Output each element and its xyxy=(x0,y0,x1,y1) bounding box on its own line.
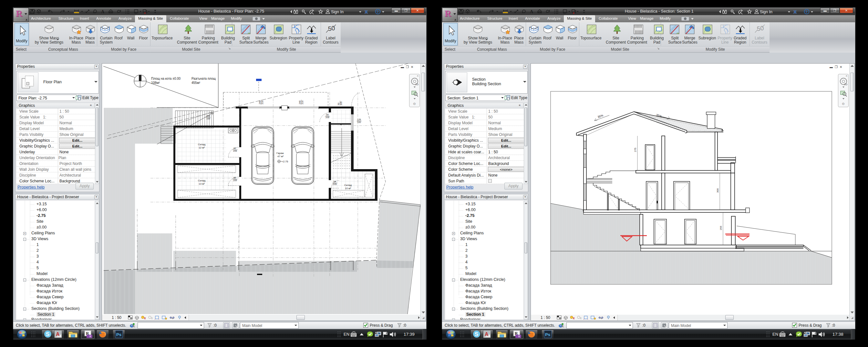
svg-text:35%: 35% xyxy=(597,114,603,119)
svg-text:Ps: Ps xyxy=(116,332,121,337)
svg-text:Склад: Склад xyxy=(198,143,206,146)
svg-text:Sign In: Sign In xyxy=(331,10,344,14)
svg-text:x: x xyxy=(580,316,582,320)
svg-text:12 м²: 12 м² xyxy=(198,146,205,149)
svg-text:x: x xyxy=(573,316,575,320)
svg-text:90: 90 xyxy=(337,103,340,105)
svg-text:R: R xyxy=(518,335,520,338)
svg-text:125: 125 xyxy=(357,119,361,121)
svg-text:240: 240 xyxy=(299,100,301,104)
svg-text:A: A xyxy=(56,332,60,337)
svg-text:x: x xyxy=(144,11,146,14)
svg-text:205: 205 xyxy=(333,183,337,185)
svg-text:X: X xyxy=(365,9,368,14)
svg-text:300: 300 xyxy=(716,188,719,193)
svg-text:108м²: 108м² xyxy=(151,81,160,85)
svg-text:210: 210 xyxy=(261,100,264,104)
svg-text:50: 50 xyxy=(328,25,336,32)
svg-text:100: 100 xyxy=(357,121,361,123)
svg-text:A: A xyxy=(530,9,533,14)
svg-text:205: 205 xyxy=(326,116,330,119)
svg-text:Sign In: Sign In xyxy=(760,10,772,14)
svg-text:R: R xyxy=(89,335,91,338)
svg-text:90: 90 xyxy=(234,177,236,179)
svg-text:240: 240 xyxy=(259,100,261,104)
svg-text:205: 205 xyxy=(233,150,237,152)
svg-text:ЗА: ЗА xyxy=(326,114,329,116)
svg-text:?: ? xyxy=(376,10,379,14)
svg-text:?: ? xyxy=(805,10,808,14)
svg-text:2D: 2D xyxy=(415,83,418,86)
svg-text:Площ на кота ±0.00: Площ на кота ±0.00 xyxy=(151,77,181,81)
svg-text:210: 210 xyxy=(301,100,304,104)
svg-text:90: 90 xyxy=(234,147,236,150)
svg-text:-2.75: -2.75 xyxy=(282,160,288,163)
svg-text:13 м²: 13 м² xyxy=(198,182,205,185)
svg-text:X: X xyxy=(794,9,797,14)
svg-text:2D: 2D xyxy=(844,83,847,86)
svg-text:x: x xyxy=(573,11,575,14)
svg-text:255: 255 xyxy=(719,226,722,230)
svg-text:455м²: 455м² xyxy=(191,81,200,85)
svg-text:S: S xyxy=(475,331,478,337)
svg-text:ЗА: ЗА xyxy=(333,181,336,183)
svg-text:x: x xyxy=(151,316,153,320)
svg-text:A: A xyxy=(485,332,489,337)
svg-text:205: 205 xyxy=(340,101,342,105)
svg-text:Гараж: Гараж xyxy=(276,152,284,155)
svg-text:x: x xyxy=(144,316,146,320)
svg-text:Склад: Склад xyxy=(198,179,206,182)
svg-text:Ps: Ps xyxy=(545,332,550,337)
svg-text:A: A xyxy=(101,9,104,14)
svg-text:200: 200 xyxy=(206,115,210,117)
svg-text:205: 205 xyxy=(233,179,237,181)
svg-text:Склад: Склад xyxy=(344,184,352,187)
svg-text:275: 275 xyxy=(634,148,637,152)
svg-text:S: S xyxy=(46,331,50,337)
svg-text:100: 100 xyxy=(206,118,210,120)
svg-text:50: 50 xyxy=(756,25,764,32)
svg-text:10 м²: 10 м² xyxy=(345,187,351,190)
svg-text:47 м²: 47 м² xyxy=(277,155,284,158)
svg-text:Разгъната площ: Разгъната площ xyxy=(191,77,216,81)
